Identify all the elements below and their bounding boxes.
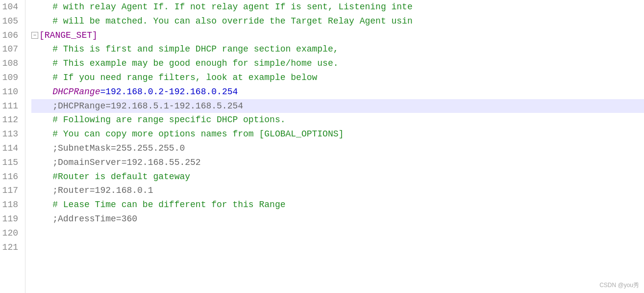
line-number: 118: [2, 198, 21, 212]
code-segment: # You can copy more options names from […: [31, 127, 344, 141]
line-number: 120: [2, 226, 21, 240]
code-line: # with relay Agent If. If not relay agen…: [31, 0, 644, 14]
code-segment: ;AddressTime=360: [31, 212, 137, 226]
code-line: # If you need range filters, look at exa…: [31, 71, 644, 85]
line-number: 112: [2, 113, 21, 127]
code-segment: # with relay Agent If. If not relay agen…: [31, 0, 413, 14]
line-number: 117: [2, 184, 21, 198]
code-segment: =192.168.0.2-192.168.0.254: [100, 85, 238, 99]
line-number: 105: [2, 14, 21, 28]
line-number: 116: [2, 170, 21, 184]
code-line: ;DomainServer=192.168.55.252: [31, 156, 644, 170]
line-number: 110: [2, 85, 21, 99]
code-line: # Lease Time can be different for this R…: [31, 198, 644, 212]
line-number: 114: [2, 141, 21, 156]
code-segment: ;SubnetMask=255.255.255.0: [31, 141, 185, 156]
code-segment: ;DomainServer=192.168.55.252: [31, 156, 201, 170]
code-line: −[RANGE_SET]: [31, 28, 644, 43]
line-numbers: 1041051061071081091101111121131141151161…: [0, 0, 25, 293]
line-number: 113: [2, 127, 21, 141]
code-segment: # If you need range filters, look at exa…: [31, 71, 317, 85]
code-segment: [31, 85, 52, 99]
code-line: ;SubnetMask=255.255.255.0: [31, 141, 644, 156]
code-line: #Router is default gateway: [31, 170, 644, 184]
code-segment: # This is first and simple DHCP range se…: [31, 42, 339, 56]
code-segment: ;DHCPRange=192.168.5.1-192.168.5.254: [31, 99, 243, 113]
watermark: CSDN @you秀: [599, 281, 639, 290]
line-number: 107: [2, 42, 21, 56]
code-segment: # This example may be good enough for si…: [31, 56, 339, 71]
code-segment: # Following are range specific DHCP opti…: [31, 113, 285, 127]
code-segment: #Router is default gateway: [31, 170, 190, 184]
line-number: 115: [2, 156, 21, 170]
code-line: # You can copy more options names from […: [31, 127, 644, 141]
editor-container: 1041051061071081091101111121131141151161…: [0, 0, 644, 293]
code-segment: DHCPRange: [52, 85, 100, 99]
code-area[interactable]: # with relay Agent If. If not relay agen…: [25, 0, 644, 293]
line-number: 111: [2, 99, 21, 113]
code-segment: ;Router=192.168.0.1: [31, 184, 153, 198]
line-number: 119: [2, 212, 21, 226]
code-line: ;AddressTime=360: [31, 212, 644, 226]
code-line: # This example may be good enough for si…: [31, 56, 644, 71]
line-number: 104: [2, 0, 21, 14]
line-number: 108: [2, 56, 21, 71]
code-segment: [RANGE_SET]: [39, 28, 98, 43]
code-segment: # will be matched. You can also override…: [31, 14, 413, 28]
code-line: DHCPRange=192.168.0.2-192.168.0.254: [31, 85, 644, 99]
line-number: 106: [2, 28, 21, 43]
code-line: ;Router=192.168.0.1: [31, 184, 644, 198]
code-line: # Following are range specific DHCP opti…: [31, 113, 644, 127]
code-line: # This is first and simple DHCP range se…: [31, 42, 644, 56]
collapse-button[interactable]: −: [31, 32, 38, 39]
line-number: 121: [2, 240, 21, 255]
code-line: # will be matched. You can also override…: [31, 14, 644, 28]
line-number: 109: [2, 71, 21, 85]
code-segment: # Lease Time can be different for this R…: [31, 198, 285, 212]
code-line: ;DHCPRange=192.168.5.1-192.168.5.254: [31, 99, 644, 113]
